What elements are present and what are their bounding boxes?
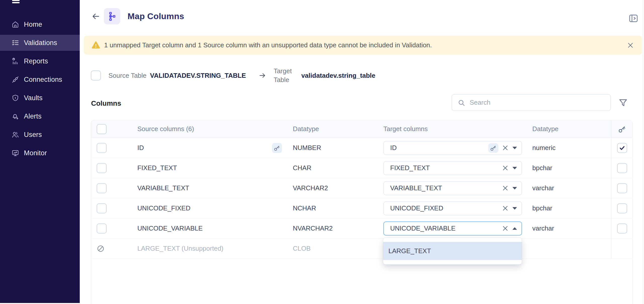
source-datatype: NVARCHAR2 [287,224,378,232]
search-input[interactable] [470,99,605,106]
warning-banner: 1 unmapped Target column and 1 Source co… [84,36,642,55]
close-icon [627,42,634,49]
shield-icon [12,94,19,102]
source-datatype: CHAR [287,164,378,172]
target-datatype: varchar [527,184,611,192]
home-icon [12,21,19,28]
back-arrow-icon [92,12,100,21]
target-column-dropdown: LARGE_TEXT [383,238,522,264]
key-column-checkbox[interactable] [617,223,627,234]
bell-plus-icon [12,112,19,120]
chevron-up-icon[interactable] [512,227,517,230]
source-datatype: NCHAR [287,204,378,212]
target-column-select[interactable]: ID [383,141,522,155]
filter-button[interactable] [616,96,630,110]
sidebar-nav: Home Validations Reports Connections Vau… [0,16,80,163]
sidebar-item-monitor[interactable]: Monitor [0,145,80,161]
sidebar-item-label: Users [24,131,42,139]
source-column-name: ID [137,144,144,152]
page-title: Map Columns [128,9,184,23]
report-chart-icon [12,57,19,65]
banner-close-button[interactable] [626,41,635,50]
columns-table: Source columns (6) Datatype Target colum… [91,120,633,304]
source-table-label: Source Table [108,72,146,80]
target-column-value: UNICODE_FIXED [390,204,501,212]
row-checkbox[interactable] [97,163,107,173]
checklist-icon [12,39,19,47]
panel-toggle-button[interactable] [627,12,640,25]
sidebar: Home Validations Reports Connections Vau… [0,0,80,303]
primary-key-badge [272,143,282,153]
users-icon [12,131,19,138]
table-row: VARIABLE_TEXT VARCHAR2 VARIABLE_TEXT var… [91,178,632,198]
header-source-datatype: Datatype [287,125,378,133]
clear-selection-icon[interactable] [501,184,509,192]
back-button[interactable] [91,11,101,22]
source-column-name: VARIABLE_TEXT [137,184,189,192]
target-column-value: FIXED_TEXT [390,164,501,172]
key-column-checkbox-checked[interactable] [617,143,627,153]
plug-icon [12,76,19,83]
clear-selection-icon[interactable] [501,205,509,212]
target-table-label: Target Table [274,67,298,84]
dropdown-option[interactable]: LARGE_TEXT [383,242,522,260]
target-datatype: bpchar [527,204,611,212]
select-table-checkbox[interactable] [91,70,101,81]
table-row: FIXED_TEXT CHAR FIXED_TEXT bpchar [91,158,632,178]
target-column-value: ID [390,144,488,152]
search-icon [458,99,465,106]
chevron-down-icon[interactable] [512,147,517,149]
sidebar-item-label: Vaults [24,94,43,102]
map-columns-icon [107,11,117,21]
sidebar-item-validations[interactable]: Validations [0,35,80,51]
sidebar-item-label: Reports [24,57,48,65]
key-icon [274,145,280,151]
chevron-down-icon[interactable] [512,167,517,169]
sidebar-item-label: Monitor [24,149,47,157]
source-column-name: FIXED_TEXT [137,164,177,172]
table-mapping-strip: Source Table VALIDATADEV.STRING_TABLE Ta… [91,68,375,83]
key-column-checkbox[interactable] [617,163,627,173]
table-row: ID NUMBER ID numeric [91,138,632,158]
chevron-down-icon[interactable] [512,207,517,210]
key-column-checkbox[interactable] [617,183,627,193]
key-column-checkbox[interactable] [617,203,627,213]
sidebar-item-label: Validations [24,39,57,47]
warning-icon [92,41,100,50]
target-datatype: bpchar [527,164,611,172]
not-allowed-icon [97,245,105,253]
target-column-select[interactable]: VARIABLE_TEXT [383,181,522,195]
header-source-columns: Source columns (6) [133,120,287,138]
chevron-down-icon[interactable] [512,187,517,189]
row-checkbox[interactable] [97,183,107,193]
table-row: UNICODE_VARIABLE NVARCHAR2 UNICODE_VARIA… [91,218,632,239]
key-icon [618,125,626,133]
sidebar-item-label: Alerts [24,112,42,120]
sidebar-item-connections[interactable]: Connections [0,71,80,88]
clear-selection-icon[interactable] [501,225,509,232]
arrow-right-icon [259,72,266,79]
right-edge-divider [643,0,643,304]
sidebar-item-vaults[interactable]: Vaults [0,90,80,106]
sidebar-item-users[interactable]: Users [0,127,80,143]
row-checkbox[interactable] [97,203,107,213]
target-datatype: varchar [527,224,611,232]
row-checkbox[interactable] [97,223,107,234]
target-table-value: validatadev.string_table [301,72,375,80]
source-column-name: LARGE_TEXT (Unsupported) [137,245,223,252]
table-row-unsupported: LARGE_TEXT (Unsupported) CLOB [91,239,632,259]
target-column-select[interactable]: UNICODE_FIXED [383,201,522,215]
target-column-select-open[interactable]: UNICODE_VARIABLE [383,221,522,236]
clear-selection-icon[interactable] [501,144,509,152]
select-all-checkbox[interactable] [97,124,107,134]
row-checkbox[interactable] [97,143,107,153]
header-target-columns: Target columns [378,120,527,138]
sidebar-item-reports[interactable]: Reports [0,53,80,69]
sidebar-item-alerts[interactable]: Alerts [0,108,80,124]
clear-selection-icon[interactable] [501,164,509,172]
sidebar-item-home[interactable]: Home [0,16,80,32]
target-column-select[interactable]: FIXED_TEXT [383,161,522,175]
target-column-value: UNICODE_VARIABLE [390,224,501,232]
target-column-value: VARIABLE_TEXT [390,184,501,192]
hamburger-menu-icon[interactable] [12,0,20,4]
